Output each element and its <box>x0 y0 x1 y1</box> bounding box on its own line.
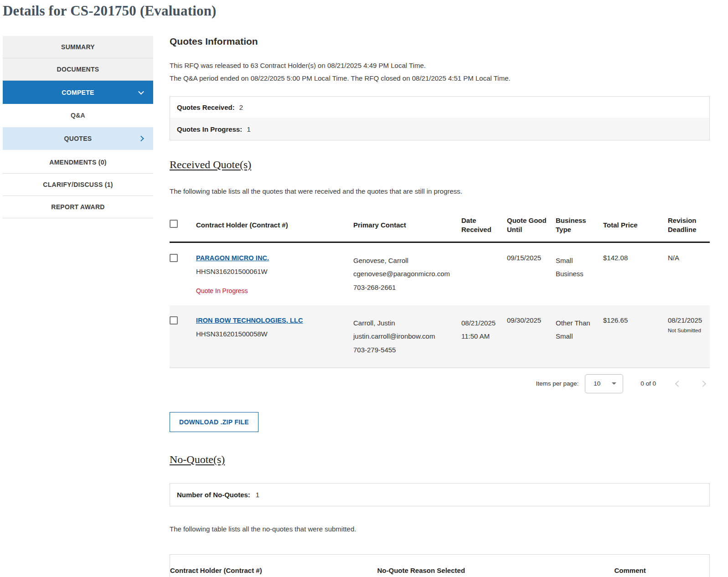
items-per-page-label: Items per page: <box>536 380 578 387</box>
sidebar-item-qa[interactable]: Q&A <box>3 104 153 126</box>
sidebar-item-documents[interactable]: DOCUMENTS <box>3 58 153 81</box>
contact-phone: 703-279-5455 <box>353 343 457 356</box>
quotes-information-heading: Quotes Information <box>170 36 710 47</box>
row-checkbox[interactable] <box>170 316 178 325</box>
total-price: $126.65 <box>603 305 668 367</box>
download-zip-button[interactable]: DOWNLOAD .ZIP FILE <box>170 412 258 432</box>
quotes-in-progress-label: Quotes In Progress: <box>177 125 242 133</box>
quotes-received-row: Quotes Received: 2 <box>170 97 709 118</box>
col-header-comment: Comment <box>614 554 710 577</box>
date-received-date: 08/21/2025 <box>461 316 502 330</box>
date-received-time: 11:50 AM <box>461 330 502 343</box>
contact-phone: 703-268-2661 <box>353 281 457 294</box>
page-title: Details for CS-201750 (Evaluation) <box>3 3 728 19</box>
col-header-no-quote-reason: No-Quote Reason Selected <box>377 554 614 577</box>
page-range-label: 0 of 0 <box>640 380 656 387</box>
revision-deadline: 08/21/2025 <box>668 316 705 324</box>
business-type: Other Than Small <box>556 305 603 367</box>
received-quotes-heading: Received Quote(s) <box>170 159 710 171</box>
quote-status: Quote In Progress <box>196 287 349 294</box>
contract-number: HHSN316201500061W <box>196 268 349 275</box>
table-header-row: Contract Holder (Contract #) Primary Con… <box>170 209 710 242</box>
sidebar-item-label: COMPETE <box>62 89 94 96</box>
paginator: Items per page: 10 0 of 0 <box>170 368 710 399</box>
revision-deadline: N/A <box>668 254 705 262</box>
no-quotes-table: Contract Holder (Contract #) No-Quote Re… <box>170 554 710 577</box>
quotes-in-progress-value: 1 <box>247 125 250 133</box>
sidebar-item-label: DOCUMENTS <box>57 66 99 73</box>
sidebar-item-label: CLARIFY/DISCUSS (1) <box>43 181 113 188</box>
rfq-released-line: This RFQ was released to 63 Contract Hol… <box>170 59 710 72</box>
sidebar-item-label: SUMMARY <box>61 43 95 51</box>
quotes-received-value: 2 <box>239 103 243 111</box>
no-quotes-description: The following table lists all the no-quo… <box>170 525 710 533</box>
table-header-row: Contract Holder (Contract #) No-Quote Re… <box>170 554 710 577</box>
quotes-summary-box: Quotes Received: 2 Quotes In Progress: 1 <box>170 96 710 140</box>
chevron-right-icon <box>138 136 144 142</box>
contract-number: HHSN316201500058W <box>196 330 349 338</box>
no-quotes-count-box: Number of No-Quotes: 1 <box>170 483 710 506</box>
contact-email: justin.carroll@ironbow.com <box>353 330 457 343</box>
no-quotes-heading: No-Quote(s) <box>170 453 710 466</box>
business-type: Small Business <box>556 242 603 306</box>
col-header-contract-holder: Contract Holder (Contract #) <box>170 554 377 577</box>
contract-holder-link[interactable]: IRON BOW TECHNOLOGIES, LLC <box>196 317 303 324</box>
items-per-page-select[interactable]: 10 <box>585 374 623 393</box>
no-quotes-count-value: 1 <box>256 491 259 499</box>
sidebar-item-summary[interactable]: SUMMARY <box>3 36 153 58</box>
sidebar-item-compete[interactable]: COMPETE <box>3 81 153 104</box>
sidebar-item-report-award[interactable]: REPORT AWARD <box>3 196 153 218</box>
select-all-checkbox[interactable] <box>170 220 178 228</box>
col-header-date-received: Date Received <box>461 209 507 242</box>
sidebar-item-label: REPORT AWARD <box>51 203 104 211</box>
page: Details for CS-201750 (Evaluation) SUMMA… <box>0 0 728 577</box>
layout: SUMMARY DOCUMENTS COMPETE Q&A QUOTES AME… <box>3 36 728 577</box>
col-header-contract-holder: Contract Holder (Contract #) <box>196 209 353 242</box>
sidebar-item-clarify-discuss[interactable]: CLARIFY/DISCUSS (1) <box>3 174 153 196</box>
quotes-received-label: Quotes Received: <box>177 103 235 111</box>
caret-down-icon <box>612 382 616 385</box>
contact-name: Genovese, Carroll <box>353 254 457 267</box>
chevron-down-icon <box>138 88 144 94</box>
sidebar-item-label: AMENDMENTS (0) <box>49 159 107 166</box>
sidebar-item-label: QUOTES <box>64 135 92 142</box>
sidebar: SUMMARY DOCUMENTS COMPETE Q&A QUOTES AME… <box>3 36 153 577</box>
items-per-page-value: 10 <box>594 380 600 387</box>
col-header-revision-deadline: Revision Deadline <box>668 209 710 242</box>
received-quotes-description: The following table lists all the quotes… <box>170 187 710 195</box>
contract-holder-link[interactable]: PARAGON MICRO INC. <box>196 254 269 262</box>
col-header-primary-contact: Primary Contact <box>353 209 461 242</box>
col-header-total-price: Total Price <box>603 209 668 242</box>
no-quotes-count-label: Number of No-Quotes: <box>177 491 250 499</box>
sidebar-item-label: Q&A <box>71 112 85 119</box>
rfq-qa-line: The Q&A period ended on 08/22/2025 5:00 … <box>170 72 710 85</box>
previous-page-icon[interactable] <box>675 381 682 387</box>
total-price: $142.08 <box>603 242 668 306</box>
sidebar-item-amendments[interactable]: AMENDMENTS (0) <box>3 151 153 174</box>
next-page-icon[interactable] <box>700 381 706 387</box>
quote-good-until: 09/15/2025 <box>507 242 556 306</box>
contact-email: cgenovese@paragonmicro.com <box>353 267 457 280</box>
revision-note: Not Submitted <box>668 328 705 333</box>
sidebar-item-quotes[interactable]: QUOTES <box>3 127 153 150</box>
quote-good-until: 09/30/2025 <box>507 305 556 367</box>
contact-name: Carroll, Justin <box>353 316 457 330</box>
quotes-in-progress-row: Quotes In Progress: 1 <box>170 118 709 140</box>
main-content: Quotes Information This RFQ was released… <box>170 36 728 577</box>
row-checkbox[interactable] <box>170 254 178 262</box>
table-row: PARAGON MICRO INC. HHSN316201500061W Quo… <box>170 242 710 306</box>
received-quotes-table: Contract Holder (Contract #) Primary Con… <box>170 209 710 368</box>
col-header-business-type: Business Type <box>556 209 603 242</box>
rfq-intro: This RFQ was released to 63 Contract Hol… <box>170 59 710 85</box>
table-row: IRON BOW TECHNOLOGIES, LLC HHSN316201500… <box>170 305 710 367</box>
col-header-quote-good-until: Quote Good Until <box>507 209 556 242</box>
